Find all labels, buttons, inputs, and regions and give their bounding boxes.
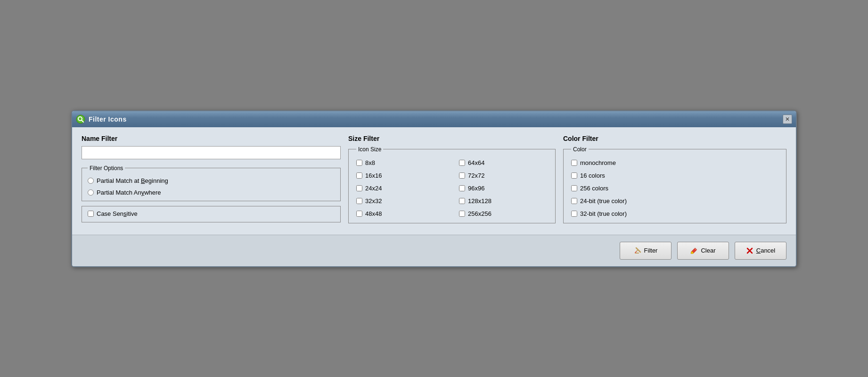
size-72x72-item[interactable]: 72x72 bbox=[459, 172, 548, 179]
size-96x96-checkbox[interactable] bbox=[459, 185, 465, 191]
color-24bit-item[interactable]: 24-bit (true color) bbox=[571, 197, 778, 205]
size-256x256-checkbox[interactable] bbox=[459, 211, 465, 217]
icon-size-group: Icon Size 8x8 16x16 24x24 32x32 48x48 64 bbox=[348, 146, 556, 223]
name-filter-section: Name Filter Filter Options Partial Match… bbox=[82, 135, 341, 222]
window-title: Filter Icons bbox=[89, 115, 127, 123]
cancel-button-label: Cancel bbox=[756, 247, 775, 254]
close-button[interactable]: ✕ bbox=[783, 115, 792, 124]
size-24x24-checkbox[interactable] bbox=[356, 185, 362, 191]
filter-icon bbox=[634, 247, 641, 254]
size-72x72-checkbox[interactable] bbox=[459, 172, 465, 179]
radio-group: Partial Match at Beginning Partial Match… bbox=[88, 177, 335, 196]
color-legend: Color bbox=[571, 146, 589, 153]
radio-partial-begin[interactable]: Partial Match at Beginning bbox=[88, 177, 335, 184]
color-group: Color monochrome 16 colors 256 colors 24… bbox=[563, 146, 786, 223]
filter-button-label: Filter bbox=[644, 247, 658, 254]
title-bar: Filter Icons ✕ bbox=[72, 111, 796, 127]
color-16-item[interactable]: 16 colors bbox=[571, 172, 778, 179]
size-64x64-item[interactable]: 64x64 bbox=[459, 159, 548, 166]
filter-icons-dialog: Filter Icons ✕ Name Filter Filter Option… bbox=[71, 110, 797, 267]
size-128x128-checkbox[interactable] bbox=[459, 198, 465, 204]
size-8x8-checkbox[interactable] bbox=[356, 160, 362, 166]
filter-options-group: Filter Options Partial Match at Beginnin… bbox=[82, 165, 341, 201]
size-filter-section: Size Filter Icon Size 8x8 16x16 24x24 32… bbox=[348, 135, 556, 223]
clear-button-label: Clear bbox=[701, 247, 715, 254]
size-8x8-item[interactable]: 8x8 bbox=[356, 159, 445, 166]
color-monochrome-item[interactable]: monochrome bbox=[571, 159, 778, 166]
cancel-button[interactable]: Cancel bbox=[735, 242, 786, 260]
color-filter-title: Color Filter bbox=[563, 135, 786, 142]
case-sensitive-label: Case Sensitive bbox=[97, 210, 138, 217]
radio-partial-any-label: Partial Match Anywhere bbox=[97, 189, 161, 196]
button-bar: Filter Clear Cancel bbox=[72, 235, 796, 266]
filters-row: Name Filter Filter Options Partial Match… bbox=[82, 135, 786, 223]
filter-button[interactable]: Filter bbox=[620, 242, 671, 260]
size-col2: 64x64 72x72 96x96 128x128 256x256 bbox=[459, 159, 548, 217]
app-icon bbox=[76, 115, 85, 124]
size-col1: 8x8 16x16 24x24 32x32 48x48 bbox=[356, 159, 445, 217]
case-sensitive-item[interactable]: Case Sensitive bbox=[88, 210, 335, 217]
color-32bit-checkbox[interactable] bbox=[571, 211, 577, 217]
size-24x24-item[interactable]: 24x24 bbox=[356, 185, 445, 192]
size-16x16-item[interactable]: 16x16 bbox=[356, 172, 445, 179]
color-list: monochrome 16 colors 256 colors 24-bit (… bbox=[571, 159, 778, 217]
case-sensitive-group: Case Sensitive bbox=[82, 206, 341, 222]
size-grid: 8x8 16x16 24x24 32x32 48x48 64x64 72x72 … bbox=[356, 159, 548, 217]
name-filter-input[interactable] bbox=[82, 146, 341, 159]
color-32bit-item[interactable]: 32-bit (true color) bbox=[571, 210, 778, 217]
size-256x256-item[interactable]: 256x256 bbox=[459, 210, 548, 217]
size-48x48-checkbox[interactable] bbox=[356, 211, 362, 217]
size-32x32-checkbox[interactable] bbox=[356, 198, 362, 204]
dialog-body: Name Filter Filter Options Partial Match… bbox=[72, 127, 796, 229]
size-filter-title: Size Filter bbox=[348, 135, 556, 142]
size-96x96-item[interactable]: 96x96 bbox=[459, 185, 548, 192]
color-256-item[interactable]: 256 colors bbox=[571, 185, 778, 192]
filter-options-legend: Filter Options bbox=[88, 165, 125, 172]
radio-partial-any[interactable]: Partial Match Anywhere bbox=[88, 189, 335, 196]
size-48x48-item[interactable]: 48x48 bbox=[356, 210, 445, 217]
size-32x32-item[interactable]: 32x32 bbox=[356, 197, 445, 205]
size-64x64-checkbox[interactable] bbox=[459, 160, 465, 166]
radio-partial-begin-input[interactable] bbox=[88, 178, 94, 184]
color-16-checkbox[interactable] bbox=[571, 172, 577, 179]
radio-partial-any-input[interactable] bbox=[88, 189, 94, 196]
color-256-checkbox[interactable] bbox=[571, 185, 577, 191]
size-16x16-checkbox[interactable] bbox=[356, 172, 362, 179]
color-monochrome-checkbox[interactable] bbox=[571, 160, 577, 166]
radio-partial-begin-label: Partial Match at Beginning bbox=[97, 177, 168, 184]
icon-size-legend: Icon Size bbox=[356, 146, 383, 153]
clear-button[interactable]: Clear bbox=[677, 242, 729, 260]
name-filter-title: Name Filter bbox=[82, 135, 341, 142]
cancel-icon bbox=[746, 247, 753, 254]
color-filter-section: Color Filter Color monochrome 16 colors … bbox=[563, 135, 786, 223]
case-sensitive-checkbox[interactable] bbox=[88, 211, 94, 217]
color-24bit-checkbox[interactable] bbox=[571, 198, 577, 204]
clear-icon bbox=[690, 247, 698, 254]
size-128x128-item[interactable]: 128x128 bbox=[459, 197, 548, 205]
